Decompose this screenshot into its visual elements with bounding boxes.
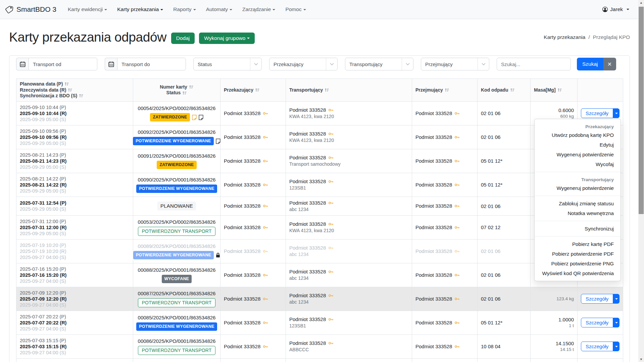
clear-search-button[interactable]: ✕ [603, 58, 616, 70]
menu-item-synchronizuj[interactable]: Synchronizuj [535, 224, 621, 234]
header-label: Numer karty [160, 84, 187, 90]
menu-section-header: Transportujący [535, 175, 621, 183]
details-dropdown-toggle[interactable] [613, 294, 620, 304]
nav-item-zarz-dzanie[interactable]: Zarządzanie [238, 4, 279, 15]
status-select[interactable]: Status [193, 58, 262, 70]
menu-item-utw-rz-podobn-kart-kpo[interactable]: Utwórz podobną kartę KPO [535, 130, 621, 140]
header-kod-odpadu[interactable]: Kod odpadu [478, 79, 531, 102]
menu-item-wy-wietl-kod-qr-potwierdzenia[interactable]: Wyświetl kod QR potwierdzenia [535, 268, 621, 278]
przekazujacy-name: Podmiot 333528 [224, 134, 260, 141]
group-actions-button[interactable]: Wykonaj grupowo [199, 33, 255, 44]
scrollbar-thumb[interactable] [639, 7, 644, 214]
mass-value: 0.6000 [534, 107, 574, 113]
filter-bar: Status Przekazujący Transportujący Przej… [16, 58, 623, 70]
key-icon [263, 273, 268, 277]
nav-item-raporty[interactable]: Raporty [169, 4, 200, 15]
key-icon [454, 204, 460, 208]
menu-item-zablokuj-zmian-statusu[interactable]: Zablokuj zmianę statusu [535, 199, 621, 208]
table-row: 2025-07-03 15:15 (P)2025-07-03 15:15 (R)… [16, 334, 623, 358]
nav-item-karty-przekazania[interactable]: Karty przekazania [113, 4, 167, 15]
details-button[interactable]: Szczegóły [581, 294, 613, 304]
header-przejmujacy[interactable]: Przejmujący [412, 79, 478, 102]
przejmujacy-name: Podmiot 333528 [415, 296, 452, 302]
waste-code: 02 01 06 [478, 239, 531, 263]
header-przekazujacy[interactable]: Przekazujący [220, 79, 286, 102]
menu-section-header: Przekazujący [535, 122, 621, 130]
table-row: 2025-07-19 10:20 (P)2025-07-19 10:20 (R)… [16, 239, 623, 263]
chevron-down-icon [615, 322, 618, 323]
transportujacy-name: Podmiot 333528 [289, 268, 326, 275]
user-menu[interactable]: Jarek [602, 6, 629, 12]
menu-item-wycofaj[interactable]: Wycofaj [535, 159, 621, 169]
header-transportujacy[interactable]: Transportujący [286, 79, 412, 102]
mass-value: 1.0000 [534, 316, 574, 323]
key-icon [263, 297, 268, 301]
header-card-number[interactable]: Numer karty Status [133, 79, 220, 102]
details-button[interactable]: Szczegóły [581, 342, 613, 351]
page-header: Karty przekazania odpadów Dodaj Wykonaj … [0, 19, 644, 55]
status-badge: POTWIERDZENIE WYGENEROWANE [133, 137, 214, 145]
details-button[interactable]: Szczegóły [581, 108, 613, 118]
date-text: 2025-07-07 20:22 (R) [20, 320, 130, 326]
details-dropdown-toggle[interactable] [613, 342, 620, 351]
przejmujacy-select[interactable]: Przejmujący [421, 58, 489, 70]
details-dropdown-toggle[interactable] [613, 318, 620, 327]
menu-item-pobierz-kart-pdf[interactable]: Pobierz kartę PDF [535, 239, 621, 249]
header-dates[interactable]: Planowana data (P) Rzeczywista data (R) … [16, 79, 133, 102]
sort-icon [79, 94, 84, 98]
header-masa[interactable]: Masa[Mg] [531, 79, 578, 102]
sort-icon [182, 91, 187, 95]
przekazujacy-select[interactable]: Przekazujący [269, 58, 338, 70]
menu-divider [535, 236, 621, 237]
table-header-row: Planowana data (P) Rzeczywista data (R) … [16, 79, 623, 102]
search-button[interactable]: Szukaj [577, 58, 603, 70]
details-button[interactable]: Szczegóły [581, 318, 613, 327]
menu-item-pobierz-potwierdzenie-png[interactable]: Pobierz potwierdzenie PNG [535, 259, 621, 268]
nav-item-karty-ewidencji[interactable]: Karty ewidencji [64, 4, 111, 15]
note-dark-icon[interactable] [199, 115, 203, 120]
key-icon [328, 108, 334, 112]
breadcrumb: Karty przekazania / Przeglądaj KPO [544, 34, 630, 40]
transport-from-input[interactable] [29, 58, 97, 70]
scroll-down-arrow[interactable]: ▼ [638, 357, 644, 362]
transport-to-input[interactable] [117, 58, 186, 70]
transportujacy-name-detail: 123SB1 [289, 323, 408, 329]
card-number: 00054/2025/KPO/0002/863534826 [137, 105, 217, 112]
key-icon [328, 317, 334, 322]
card-number: 00053/2025/KPO/0002/863534826 [137, 219, 217, 225]
status-badge: POTWIERDZONY TRANSPORT [138, 227, 215, 236]
menu-item-wygeneruj-potwierdzenie[interactable]: Wygeneruj potwierdzenie [535, 150, 621, 159]
date-text: 2025-07-31 12:00 (P) [20, 218, 130, 224]
date-text: 2025-09-29 05:00 (S) [20, 230, 130, 237]
table-row: 2025-08-21 14:22 (P)2025-08-21 14:22 (R)… [16, 173, 623, 197]
details-dropdown-toggle[interactable] [613, 108, 620, 118]
key-icon [328, 293, 334, 298]
brand[interactable]: SmartBDO 3 [5, 5, 56, 14]
date-text: 2025-08-21 14:23 (R) [20, 158, 130, 164]
key-icon [328, 179, 334, 184]
menu-item-pobierz-potwierdzenie-pdf[interactable]: Pobierz potwierdzenie PDF [535, 249, 621, 259]
date-text: 2025-09-10 09:56 (R) [20, 134, 130, 140]
key-icon [328, 246, 334, 250]
nav-item-automaty[interactable]: Automaty [202, 4, 236, 15]
scroll-up-arrow[interactable]: ▲ [638, 0, 644, 5]
menu-item-edytuj[interactable]: Edytuj [535, 140, 621, 150]
add-button[interactable]: Dodaj [171, 33, 195, 44]
nav-item-pomoc[interactable]: Pomoc [281, 4, 310, 15]
note-yellow-icon[interactable] [192, 115, 197, 120]
key-icon [328, 269, 334, 274]
menu-item-notatka-wewn-trzna[interactable]: Notatka wewnętrzna [535, 208, 621, 218]
header-label: Transportujący [289, 87, 323, 93]
search-input[interactable] [497, 58, 571, 70]
key-icon [328, 155, 334, 160]
lock-icon[interactable] [216, 253, 220, 258]
przekazujacy-name: Podmiot 333528 [224, 343, 260, 350]
transportujacy-select[interactable]: Transportujący [345, 58, 413, 70]
status-badge: ZATWIERDZONE [150, 113, 190, 121]
breadcrumb-link[interactable]: Karty przekazania [544, 34, 585, 40]
note-dark-icon[interactable] [216, 139, 220, 144]
sort-icon [445, 88, 449, 92]
header-actions [578, 79, 623, 102]
status-badge: ZATWIERDZONE [157, 161, 196, 169]
menu-item-wygeneruj-potwierdzenie[interactable]: Wygeneruj potwierdzenie [535, 183, 621, 193]
